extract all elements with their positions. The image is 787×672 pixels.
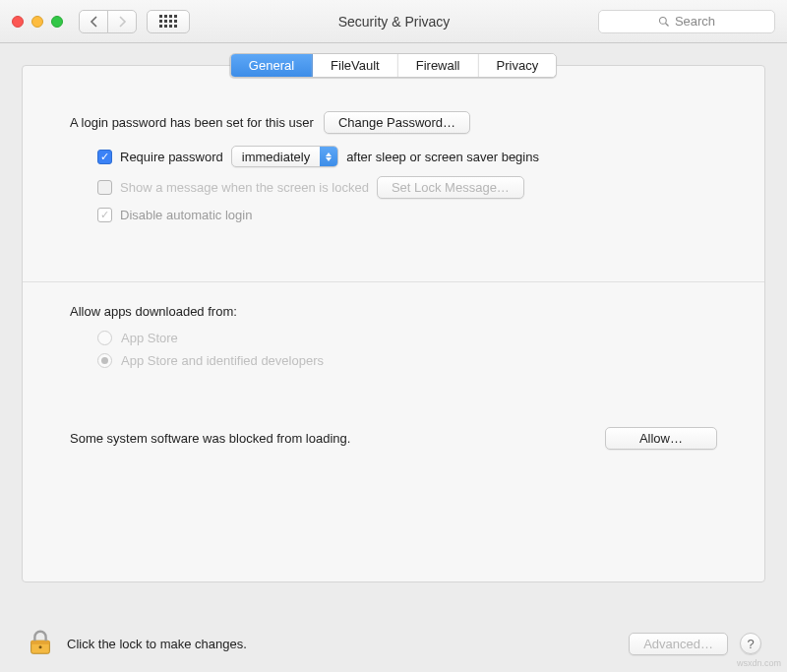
bottom-bar: Click the lock to make changes. Advanced… [0, 615, 787, 672]
stepper-icon [320, 147, 337, 166]
help-button[interactable]: ? [740, 633, 761, 654]
search-input[interactable]: Search [598, 10, 775, 33]
disable-auto-login-label: Disable automatic login [120, 208, 252, 222]
svg-rect-3 [31, 641, 50, 644]
change-password-button[interactable]: Change Password… [324, 111, 470, 134]
back-button[interactable] [79, 10, 108, 33]
allow-apps-appstore-row: App Store [97, 331, 717, 345]
require-password-checkbox[interactable]: ✓ [97, 150, 112, 164]
show-all-button[interactable] [147, 10, 190, 33]
lock-hint-text: Click the lock to make changes. [67, 637, 247, 651]
allow-apps-identified-row: App Store and identified developers [97, 353, 717, 368]
divider [23, 281, 764, 282]
allow-apps-radios: App Store App Store and identified devel… [70, 331, 717, 368]
pref-panel: General FileVault Firewall Privacy A log… [22, 65, 765, 582]
nav-group [79, 10, 137, 33]
password-options: ✓ Require password immediately after sle… [70, 146, 717, 222]
lock-icon[interactable] [26, 628, 55, 660]
chevron-left-icon [90, 16, 98, 28]
close-icon[interactable] [12, 16, 24, 28]
tab-privacy[interactable]: Privacy [479, 54, 557, 77]
tab-filevault[interactable]: FileVault [313, 54, 398, 77]
show-lock-message-label: Show a message when the screen is locked [120, 180, 369, 195]
require-password-label: Require password [120, 150, 223, 164]
grid-icon [159, 15, 177, 28]
allow-button[interactable]: Allow… [605, 427, 717, 450]
advanced-button[interactable]: Advanced… [629, 633, 728, 655]
chevron-right-icon [118, 16, 127, 28]
tab-general[interactable]: General [231, 54, 313, 77]
disable-auto-login-row: ✓ Disable automatic login [97, 208, 717, 222]
show-lock-message-row: Show a message when the screen is locked… [97, 176, 717, 199]
tab-bar: General FileVault Firewall Privacy [230, 53, 557, 78]
set-lock-message-button[interactable]: Set Lock Message… [377, 176, 524, 199]
require-password-delay-value: immediately [232, 150, 320, 164]
search-placeholder: Search [675, 14, 715, 29]
traffic-light-group [12, 16, 63, 28]
blocked-software-text: Some system software was blocked from lo… [70, 431, 350, 446]
login-password-row: A login password has been set for this u… [70, 111, 717, 134]
search-icon [658, 16, 670, 28]
svg-line-1 [665, 23, 668, 26]
svg-point-0 [659, 17, 666, 24]
forward-button[interactable] [107, 10, 137, 33]
allow-apps-heading: Allow apps downloaded from: [70, 304, 717, 319]
disable-auto-login-checkbox[interactable]: ✓ [97, 208, 112, 222]
require-password-checkbox-row: ✓ Require password immediately after sle… [97, 146, 717, 167]
fullscreen-icon[interactable] [51, 16, 63, 28]
watermark: wsxdn.com [737, 658, 781, 668]
require-password-delay-select[interactable]: immediately [231, 146, 338, 167]
blocked-software-row: Some system software was blocked from lo… [70, 427, 717, 450]
window-title: Security & Privacy [200, 14, 588, 30]
minimize-icon[interactable] [31, 16, 43, 28]
allow-apps-identified-radio[interactable] [97, 353, 112, 368]
svg-point-4 [39, 645, 42, 648]
allow-apps-appstore-label: App Store [121, 331, 178, 345]
show-lock-message-checkbox[interactable] [97, 180, 112, 195]
window-toolbar: Security & Privacy Search [0, 0, 787, 43]
allow-apps-identified-label: App Store and identified developers [121, 353, 324, 368]
login-password-text: A login password has been set for this u… [70, 115, 314, 130]
tab-firewall[interactable]: Firewall [398, 54, 479, 77]
require-password-after-text: after sleep or screen saver begins [346, 150, 539, 164]
general-pane: A login password has been set for this u… [23, 66, 764, 450]
allow-apps-appstore-radio[interactable] [97, 331, 112, 345]
